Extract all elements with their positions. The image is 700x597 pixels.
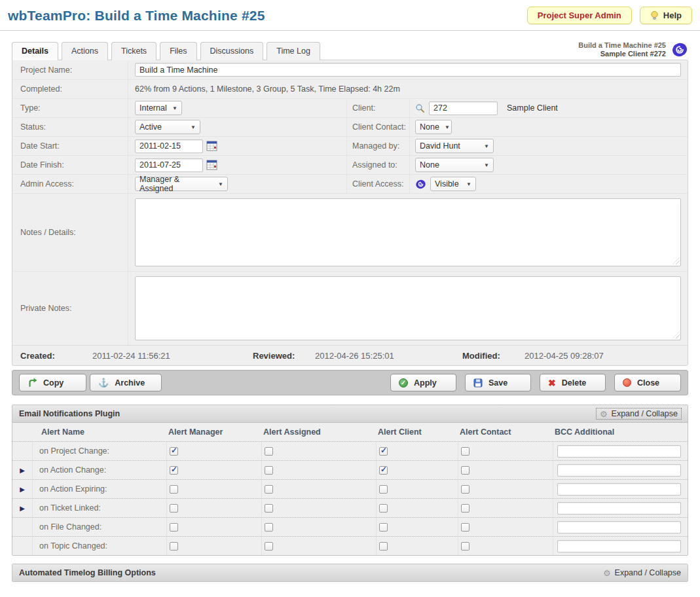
row-notes: Notes / Details:: [12, 193, 688, 271]
row-type-client: Type: Internal▼ Client: Sample Client: [12, 98, 688, 117]
expand-arrow-icon[interactable]: ▶: [20, 486, 25, 493]
timelog-billing-section: Automated Timelog Billing Options ⚙ Expa…: [12, 564, 688, 582]
checkbox-alert-contact[interactable]: [461, 485, 470, 494]
close-button[interactable]: Close: [614, 374, 681, 391]
client-access-select[interactable]: Visible▼: [430, 177, 476, 191]
created-value: 2011-02-24 11:56:21: [92, 351, 253, 361]
bcc-additional-input[interactable]: [557, 445, 681, 458]
expand-arrow-icon[interactable]: ▶: [20, 467, 25, 474]
tab-actions[interactable]: Actions: [62, 42, 108, 60]
col-alert-manager: Alert Manager: [166, 427, 261, 437]
tab-time-log[interactable]: Time Log: [267, 42, 320, 60]
tab-bar: DetailsActionsTicketsFilesDiscussionsTim…: [12, 40, 688, 60]
client-id-input[interactable]: [429, 101, 498, 115]
col-alert-client: Alert Client: [376, 427, 458, 437]
alert-row-label: on Ticket Linked:: [39, 503, 101, 513]
project-super-admin-button[interactable]: Project Super Admin: [527, 7, 632, 24]
checkbox-alert-client[interactable]: [379, 466, 388, 475]
alert-row: ▶ on Action Change:: [12, 460, 688, 479]
copy-button[interactable]: Copy: [19, 374, 86, 391]
date-start-input[interactable]: [135, 139, 203, 153]
project-name-input[interactable]: [135, 63, 681, 77]
checkbox-alert-contact[interactable]: [461, 504, 470, 513]
date-finish-input[interactable]: [135, 158, 203, 172]
bcc-additional-input[interactable]: [557, 521, 681, 534]
checkbox-alert-assigned[interactable]: [265, 523, 273, 532]
row-project-name: Project Name:: [12, 60, 688, 79]
checkbox-alert-manager[interactable]: [170, 485, 178, 494]
checkbox-alert-manager[interactable]: [170, 504, 178, 513]
tab-details[interactable]: Details: [12, 42, 58, 60]
calendar-icon[interactable]: [206, 160, 217, 170]
save-button[interactable]: Save: [465, 374, 531, 391]
private-notes-textarea[interactable]: [135, 276, 681, 340]
client-label: Client:: [347, 99, 410, 117]
admin-access-select[interactable]: Manager & Assigned▼: [135, 177, 228, 191]
chevron-down-icon: ▼: [218, 181, 223, 187]
checkbox-alert-client[interactable]: [379, 447, 388, 456]
apply-button[interactable]: ✓ Apply: [390, 374, 456, 391]
context-project: Build a Time Machine #25: [578, 41, 666, 50]
row-datefinish-assignedto: Date Finish: Assigned to: None▼: [12, 155, 688, 174]
checkbox-alert-client[interactable]: [379, 523, 388, 532]
assigned-to-select[interactable]: None▼: [415, 158, 494, 172]
anchor-icon: ⚓: [98, 378, 109, 387]
checkbox-alert-client[interactable]: [379, 542, 388, 551]
managed-by-select[interactable]: David Hunt▼: [415, 139, 494, 153]
email-expand-collapse-link[interactable]: ⚙ Expand / Collapse: [597, 408, 681, 419]
delete-button[interactable]: ✖ Delete: [540, 374, 606, 391]
reviewed-value: 2012-04-26 15:25:01: [315, 351, 462, 361]
checkbox-alert-manager[interactable]: [170, 466, 178, 475]
bcc-additional-input[interactable]: [557, 464, 681, 477]
status-select[interactable]: Active▼: [135, 120, 200, 134]
archive-button[interactable]: ⚓ Archive: [90, 374, 162, 391]
client-contact-select[interactable]: None▼: [415, 120, 452, 134]
bcc-additional-input[interactable]: [557, 483, 681, 496]
bcc-additional-input[interactable]: [557, 502, 681, 515]
checkbox-alert-contact[interactable]: [461, 447, 470, 456]
checkbox-alert-manager[interactable]: [170, 523, 178, 532]
help-button[interactable]: Help: [640, 7, 692, 24]
notes-textarea[interactable]: [135, 198, 681, 266]
checkbox-alert-client[interactable]: [379, 485, 388, 494]
project-name-label: Project Name:: [12, 60, 128, 79]
checkbox-alert-assigned[interactable]: [265, 466, 273, 475]
checkbox-alert-assigned[interactable]: [265, 485, 273, 494]
modified-value: 2012-04-25 09:28:07: [525, 351, 604, 361]
copy-arrow-icon: [28, 378, 37, 388]
checkbox-alert-manager[interactable]: [170, 542, 178, 551]
checkbox-alert-contact[interactable]: [461, 466, 470, 475]
project-title: Build a Time Machine #25: [95, 8, 265, 23]
row-adminaccess-clientaccess: Admin Access: Manager & Assigned▼ Client…: [12, 174, 688, 193]
alert-row: ▶ on Ticket Linked:: [12, 498, 688, 517]
timelog-expand-collapse-link[interactable]: ⚙ Expand / Collapse: [603, 568, 681, 577]
checkbox-alert-assigned[interactable]: [265, 542, 273, 551]
alert-row-label: on Action Expiring:: [39, 484, 107, 494]
bcc-additional-input[interactable]: [557, 540, 681, 552]
email-section-title: Email Notifications Plugin: [19, 409, 120, 418]
alert-row: ▶ on Project Change:: [12, 441, 688, 460]
tab-tickets[interactable]: Tickets: [111, 42, 157, 60]
checkbox-alert-manager[interactable]: [170, 447, 178, 456]
alert-row-label: on Topic Changed:: [39, 541, 107, 551]
checkbox-alert-assigned[interactable]: [265, 504, 273, 513]
tab-discussions[interactable]: Discussions: [200, 42, 264, 60]
search-icon[interactable]: [415, 103, 425, 113]
date-start-label: Date Start:: [12, 137, 128, 155]
expand-arrow-icon[interactable]: ▶: [20, 505, 25, 512]
checkbox-alert-contact[interactable]: [461, 542, 470, 551]
type-select[interactable]: Internal▼: [135, 101, 182, 115]
checkbox-alert-client[interactable]: [379, 504, 388, 513]
checkbox-alert-contact[interactable]: [461, 523, 470, 532]
wbteampro-logo-icon: [671, 41, 688, 58]
timelog-section-title: Automated Timelog Billing Options: [19, 568, 156, 577]
calendar-icon[interactable]: [206, 141, 217, 151]
col-alert-assigned: Alert Assigned: [261, 427, 376, 437]
alert-row-label: on Project Change:: [39, 446, 109, 456]
tab-files[interactable]: Files: [160, 42, 196, 60]
status-label: Status:: [12, 118, 128, 136]
row-completed: Completed: 62% from 9 Actions, 1 Milesto…: [12, 79, 688, 98]
completed-value: 62% from 9 Actions, 1 Milestone, 3 Group…: [135, 84, 400, 94]
chevron-down-icon: ▼: [191, 124, 196, 130]
checkbox-alert-assigned[interactable]: [265, 447, 273, 456]
